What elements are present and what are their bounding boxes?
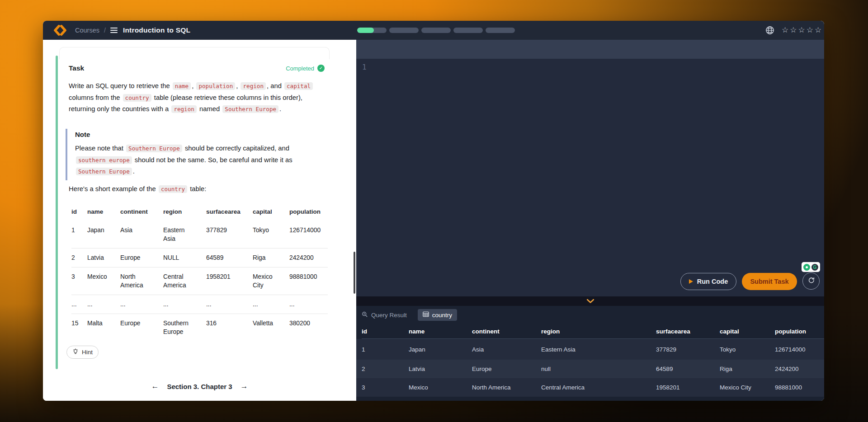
- tab-query-result[interactable]: Query Result: [362, 311, 407, 319]
- table-cell: Central America: [541, 378, 656, 397]
- app-window: Courses / Introduction to SQL ☆☆☆☆☆ Task…: [43, 21, 824, 401]
- next-chapter-button[interactable]: →: [241, 382, 248, 391]
- example-table: idnamecontinentregionsurfaceareacapitalp…: [71, 206, 328, 341]
- text-run: columns from the: [69, 94, 122, 101]
- table-row: 15MaltaEuropeSouthern Europe316Valletta3…: [71, 314, 328, 341]
- table-cell: Riga: [253, 249, 289, 267]
- table-row: 2LatviaEuropenull64589Riga2424200: [356, 360, 824, 378]
- inline-code: Southern Europe: [126, 145, 182, 152]
- star-icon[interactable]: ☆: [807, 26, 815, 34]
- results-panel: Query Result country idnamecontinentregi…: [356, 306, 824, 401]
- progress-segment: [453, 28, 483, 33]
- table-cell: North America: [472, 378, 541, 397]
- card-top-edge: [59, 47, 330, 59]
- scrollbar-thumb[interactable]: [354, 252, 355, 294]
- pin-extension-icon[interactable]: [803, 264, 810, 271]
- lightbulb-icon: [72, 348, 79, 356]
- chapter-nav: ← Section 3. Chapter 3 →: [43, 382, 356, 391]
- table-cell: population: [775, 324, 824, 338]
- table-cell: 1: [71, 221, 87, 248]
- rating-stars: ☆☆☆☆☆: [782, 25, 823, 35]
- table-cell: 64589: [656, 360, 720, 378]
- table-cell: 3: [362, 378, 409, 397]
- text-run: .: [279, 105, 281, 113]
- table-cell: Japan: [409, 339, 472, 360]
- chapter-label: Section 3. Chapter 3: [167, 383, 232, 390]
- star-icon[interactable]: ☆: [782, 26, 790, 34]
- table-cell: Europe: [120, 314, 163, 341]
- hamburger-menu-icon[interactable]: [110, 28, 118, 33]
- tab-query-result-label: Query Result: [371, 312, 407, 319]
- table-cell: Asia: [120, 221, 163, 248]
- table-row: 1JapanAsiaEastern Asia377829Tokyo1267140…: [356, 339, 824, 360]
- globe-icon[interactable]: [765, 25, 775, 37]
- table-cell: Eastern Asia: [541, 339, 656, 360]
- hint-button[interactable]: Hint: [66, 346, 99, 359]
- browser-extension-badge: G: [802, 262, 820, 272]
- task-pane: Task Completed ✓ Write an SQL query to r…: [43, 40, 356, 401]
- check-circle-icon: ✓: [317, 65, 325, 72]
- progress-segment: [389, 28, 419, 33]
- submit-task-button[interactable]: Submit Task: [742, 273, 797, 290]
- table-row: 2LatviaEuropeNULL64589Riga2424200: [71, 249, 328, 267]
- table-cell: 377829: [656, 339, 720, 360]
- text-run: .: [133, 168, 135, 175]
- text-run: , and: [267, 82, 283, 89]
- note-heading: Note: [75, 131, 303, 138]
- inline-code: region: [241, 82, 266, 90]
- table-cell: Riga: [720, 360, 775, 378]
- magnifier-icon: [362, 311, 368, 319]
- prev-chapter-button[interactable]: ←: [151, 382, 159, 391]
- table-cell: Mexico: [87, 267, 120, 295]
- task-accent-bar: [56, 56, 58, 369]
- table-cell: continent: [120, 206, 163, 221]
- inline-code: name: [173, 82, 191, 90]
- run-code-button[interactable]: Run Code: [680, 273, 736, 290]
- star-icon[interactable]: ☆: [790, 26, 798, 34]
- code-editor[interactable]: 1 Run Code Submit Task G: [356, 59, 824, 296]
- table-cell: capital: [253, 206, 289, 221]
- table-cell: 3: [71, 267, 87, 295]
- table-cell: Japan: [87, 221, 120, 248]
- table-cell: id: [71, 206, 87, 221]
- table-cell: Tokyo: [253, 221, 289, 248]
- table-cell: Latvia: [87, 249, 120, 267]
- text-run: should not be the same. So, be careful a…: [133, 156, 292, 164]
- course-title: Introduction to SQL: [123, 26, 190, 34]
- table-cell: ...: [289, 295, 328, 314]
- tab-country-label: country: [432, 312, 452, 319]
- app-logo-icon[interactable]: [53, 25, 67, 36]
- chevron-down-icon[interactable]: [587, 299, 594, 303]
- table-cell: Malta: [87, 314, 120, 341]
- tab-country[interactable]: country: [418, 309, 457, 321]
- table-cell: 377829: [206, 221, 253, 248]
- table-row: 1JapanAsiaEastern Asia377829Tokyo1267140…: [71, 221, 328, 249]
- table-cell: Valletta: [253, 314, 289, 341]
- breadcrumb-separator: /: [104, 27, 106, 34]
- grammarly-icon[interactable]: G: [811, 264, 818, 271]
- inline-code: capital: [284, 82, 313, 90]
- table-cell: surfacearea: [206, 206, 253, 221]
- table-cell: Mexico City: [253, 267, 289, 295]
- star-icon[interactable]: ☆: [815, 26, 823, 34]
- table-cell: Eastern Asia: [163, 221, 206, 248]
- table-cell: 2424200: [289, 249, 328, 267]
- inline-code: Southern Europe: [222, 105, 278, 113]
- progress-segment: [357, 28, 387, 33]
- table-cell: null: [541, 360, 656, 378]
- table-row: 3MexicoNorth AmericaCentral America19582…: [356, 378, 824, 397]
- inline-code: region: [171, 105, 197, 113]
- table-cell: 2: [71, 249, 87, 267]
- table-cell: Europe: [120, 249, 163, 267]
- inline-code: population: [196, 82, 235, 90]
- breadcrumb-courses[interactable]: Courses: [75, 27, 99, 34]
- table-cell: capital: [720, 324, 775, 338]
- course-progress-bar: [357, 28, 515, 33]
- text-run: ,: [192, 82, 195, 89]
- reset-code-button[interactable]: [802, 272, 820, 290]
- table-cell: 98881000: [289, 267, 328, 295]
- table-cell: 316: [206, 314, 253, 341]
- task-heading: Task: [69, 64, 84, 72]
- star-icon[interactable]: ☆: [798, 26, 807, 34]
- text-run: Please note that: [75, 145, 125, 152]
